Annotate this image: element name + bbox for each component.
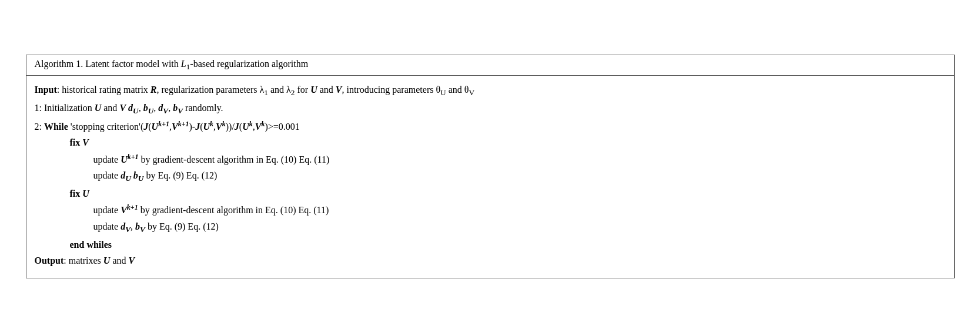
algorithm-box: Algorithm 1. Latent factor model with L1… [26,55,955,278]
init-V: V [119,103,126,113]
init-bU: bU [143,103,154,113]
init-U: U [95,103,102,113]
fix-U-var: U [82,189,89,199]
output-U: U [103,255,111,265]
line-1: 1: Initialization U and V dU, bU, dV, bV… [35,100,946,118]
matrix-V: V [336,85,342,95]
output-V: V [129,255,135,265]
line-2-while: 2: While 'stopping criterion'(J(Uk+1,Vk+… [35,118,946,135]
end-whiles-line: end whiles [70,237,946,253]
fix-V-keyword: fix V [70,137,89,147]
fix-U-keyword: fix U [70,189,89,199]
output-line: Output: matrixes U and V [35,253,946,268]
update-dU-line: update dU bU by Eq. (9) Eq. (12) [93,167,946,186]
fix-V-var: V [82,137,89,147]
fix-U-line: fix U [70,186,946,201]
update-dU-var: dU [121,170,131,180]
update-V-var: V [121,206,127,216]
input-line: Input: historical rating matrix R, regul… [35,82,946,100]
init-bV: bV [173,103,183,113]
algorithm-body: Input: historical rating matrix R, regul… [26,76,954,278]
input-label: Input [35,85,57,95]
update-bV-var: bV [135,221,145,231]
matrix-R: R [150,85,157,95]
matrix-U: U [310,85,317,95]
init-dV: dV [158,103,168,113]
fix-V-line: fix V [70,134,946,150]
init-dU: dU [128,103,139,113]
update-V-line: update Vk+1 by gradient-descent algorith… [93,201,946,218]
update-bU-var: bU [133,170,144,180]
output-label: Output [35,255,64,265]
update-dV-var: dV [121,221,131,231]
algorithm-title: Algorithm 1. Latent factor model with L1… [26,55,954,76]
while-keyword: While [44,122,68,132]
update-U-var: U [121,154,128,164]
end-whiles-keyword: end whiles [70,240,112,250]
update-U-line: update Uk+1 by gradient-descent algorith… [93,151,946,168]
update-dV-line: update dV, bV by Eq. (9) Eq. (12) [93,218,946,237]
